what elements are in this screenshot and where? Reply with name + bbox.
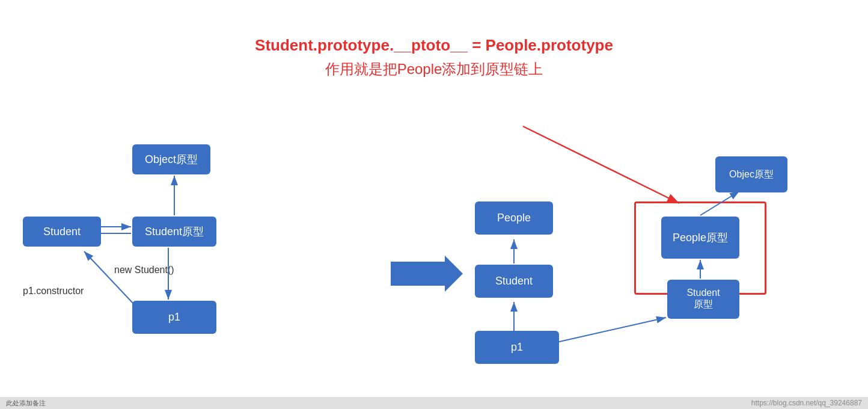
box-student-proto-right: Student 原型 xyxy=(667,280,739,319)
svg-marker-0 xyxy=(391,256,463,292)
box-student-left: Student xyxy=(23,217,101,247)
box-student-right: Student xyxy=(475,265,553,298)
svg-line-8 xyxy=(84,251,133,304)
box-people-right: People xyxy=(475,201,553,235)
main-content: Student.prototype.__ptoto__ = People.pro… xyxy=(0,0,868,397)
code-line: Student.prototype.__ptoto__ = People.pro… xyxy=(0,36,868,55)
box-p1-left: p1 xyxy=(132,301,216,334)
transition-arrow xyxy=(391,253,463,297)
bottom-bar: 此处添加备注 https://blog.csdn.net/qq_39246887 xyxy=(0,397,868,409)
svg-line-14 xyxy=(523,126,679,203)
subtitle: 作用就是把People添加到原型链上 xyxy=(0,60,868,79)
box-student-proto-left: Student原型 xyxy=(132,217,216,247)
label-new-student: new Student() xyxy=(114,265,174,275)
box-p1-right: p1 xyxy=(475,331,559,364)
svg-line-13 xyxy=(541,318,666,346)
header-area: Student.prototype.__ptoto__ = People.pro… xyxy=(0,0,868,79)
box-object-proto-left: Object原型 xyxy=(132,144,210,174)
bottom-right-url: https://blog.csdn.net/qq_39246887 xyxy=(751,399,862,407)
diagram-area: Student Student原型 Object原型 p1 new Studen… xyxy=(0,96,868,397)
bottom-left-text: 此处添加备注 xyxy=(6,399,46,408)
label-p1-constructor: p1.constructor xyxy=(23,286,84,297)
box-people-proto: People原型 xyxy=(661,217,739,259)
box-object-proto-top: Objec原型 xyxy=(715,156,787,192)
